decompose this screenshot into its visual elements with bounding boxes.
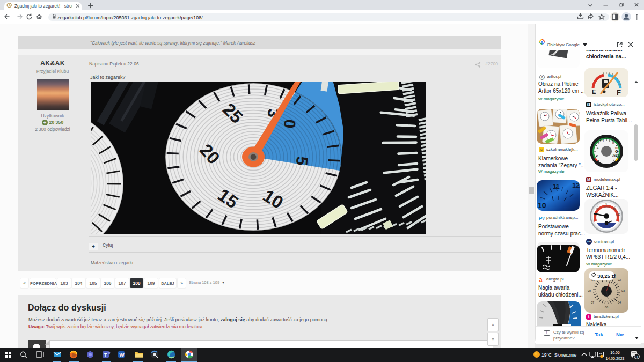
svg-text:38,25 zł: 38,25 zł xyxy=(597,273,616,279)
svg-text:120: 120 xyxy=(616,213,620,216)
svg-text:G: G xyxy=(615,150,618,153)
svg-text:80: 80 xyxy=(613,208,616,210)
svg-text:3: 3 xyxy=(635,354,638,359)
svg-text:10: 10 xyxy=(538,201,546,210)
svg-text:5: 5 xyxy=(293,156,311,166)
svg-text:40: 40 xyxy=(596,208,599,210)
svg-text:W: W xyxy=(120,352,125,358)
svg-text:12: 12 xyxy=(572,181,580,189)
svg-text:6: 6 xyxy=(609,226,610,228)
svg-text:07: 07 xyxy=(591,301,594,304)
svg-text:04: 04 xyxy=(618,301,621,304)
svg-text:0: 0 xyxy=(281,119,299,129)
svg-text:02: 02 xyxy=(618,278,621,282)
svg-text:T: T xyxy=(104,352,107,358)
svg-text:E: E xyxy=(592,88,596,95)
svg-text:11: 11 xyxy=(553,183,560,190)
svg-text:F: F xyxy=(617,88,621,97)
svg-text:03: 03 xyxy=(621,289,625,292)
svg-text:BOSS: BOSS xyxy=(604,206,610,209)
svg-text:UNITS: UNITS xyxy=(612,154,619,157)
svg-text:2: 2 xyxy=(601,224,602,226)
svg-text:06: 06 xyxy=(605,306,608,309)
svg-text:08: 08 xyxy=(588,289,591,292)
svg-text:4: 4 xyxy=(604,226,605,228)
